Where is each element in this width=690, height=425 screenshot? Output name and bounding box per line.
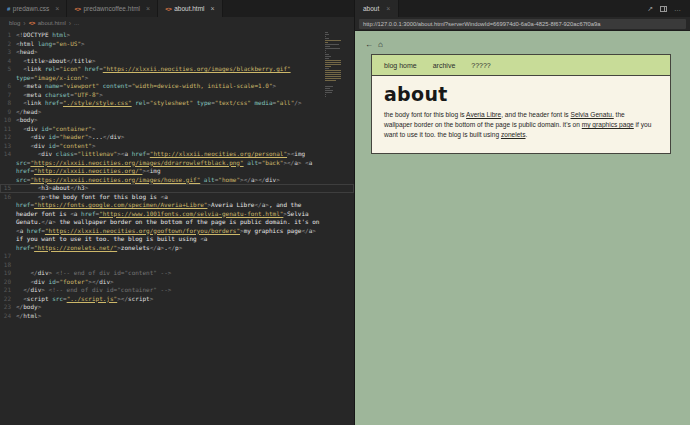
code-line[interactable]: 22 <script src="../script.js"></script> xyxy=(0,295,354,304)
code-lines[interactable]: 1<!DOCTYPE html>2<html lang="en-US">3<he… xyxy=(0,31,354,320)
html-file-icon: <> xyxy=(29,20,35,26)
page-link[interactable]: zonelets xyxy=(501,131,526,138)
browser-toolbar: http://127.0.0.1:3000/about.html?serverW… xyxy=(355,17,690,31)
line-number: 3 xyxy=(0,48,16,57)
tab-label: about.html xyxy=(174,5,204,12)
tab-predawn-css[interactable]: # predawn.css × xyxy=(0,0,67,17)
html-file-icon: <> xyxy=(165,6,171,12)
close-tab-icon[interactable]: × xyxy=(55,5,59,12)
close-tab-icon[interactable]: × xyxy=(386,5,390,12)
editor-pane: # predawn.css × <> predawncoffee.html × … xyxy=(0,0,355,425)
code-line[interactable]: 17 xyxy=(0,252,354,261)
nav-link[interactable]: ????? xyxy=(471,62,490,69)
close-tab-icon[interactable]: × xyxy=(146,5,150,12)
code-line[interactable]: 9</head> xyxy=(0,108,354,117)
page-link[interactable]: my graphics page xyxy=(582,121,634,128)
breadcrumb-folder[interactable]: blog xyxy=(9,20,20,26)
line-number: 21 xyxy=(0,286,16,295)
line-number: 24 xyxy=(0,312,16,321)
open-external-browser-icon[interactable]: ↗ xyxy=(647,5,653,12)
text-run: , and the header font is xyxy=(501,111,570,118)
line-number: 17 xyxy=(0,252,16,261)
code-line[interactable]: 13 <div id="content"> xyxy=(0,142,354,151)
breadcrumb-file[interactable]: about.html xyxy=(38,20,66,26)
split-editor-icon[interactable] xyxy=(660,6,667,12)
code-line[interactable]: 11 <div id="container"> xyxy=(0,125,354,134)
preview-tab[interactable]: about × xyxy=(355,0,399,17)
code-line[interactable]: 12 <div id="header">...</div> xyxy=(0,133,354,142)
chevron-right-icon: › xyxy=(23,20,25,27)
more-actions-icon[interactable]: … xyxy=(674,5,681,12)
preview-tab-bar: about × ↗ … xyxy=(355,0,690,17)
vscode-window: # predawn.css × <> predawncoffee.html × … xyxy=(0,0,690,425)
line-number: 5 xyxy=(0,65,16,82)
minimap[interactable] xyxy=(325,32,342,98)
breadcrumb[interactable]: blog › <> about.html › ... xyxy=(0,17,354,29)
code-line[interactable]: 16 <p>the body font for this blog is <a … xyxy=(0,193,354,253)
rendered-page: ← ⌂ blog homearchive????? about the body… xyxy=(355,31,690,425)
code-line[interactable]: 7 <meta charset="UTF-8"> xyxy=(0,91,354,100)
line-number: 10 xyxy=(0,116,16,125)
line-number: 8 xyxy=(0,99,16,108)
code-line[interactable]: 6 <meta name="viewport" content="width=d… xyxy=(0,82,354,91)
editor-tab-bar: # predawn.css × <> predawncoffee.html × … xyxy=(0,0,354,17)
code-line[interactable]: 4 <title>about</title> xyxy=(0,57,354,66)
preview-tab-label: about xyxy=(363,5,379,12)
tab-about-html[interactable]: <> about.html × xyxy=(158,0,222,17)
code-line[interactable]: 10<body> xyxy=(0,116,354,125)
code-line[interactable]: 19 </div> <!-- end of div id="content" -… xyxy=(0,269,354,278)
line-number: 15 xyxy=(0,184,16,193)
line-number: 2 xyxy=(0,40,16,49)
line-number: 11 xyxy=(0,125,16,134)
code-line[interactable]: 23</body> xyxy=(0,303,354,312)
nav-link[interactable]: archive xyxy=(433,62,456,69)
code-line[interactable]: 15 <h3>about</h3> xyxy=(0,184,354,193)
page-link[interactable]: Selvia Genatu. xyxy=(570,111,613,118)
line-number: 16 xyxy=(0,193,16,253)
tab-label: predawn.css xyxy=(13,5,50,12)
code-line[interactable]: 20 <div id="footer"></div> xyxy=(0,278,354,287)
line-number: 9 xyxy=(0,108,16,117)
about-paragraph: the body font for this blog is Averia Li… xyxy=(384,110,653,141)
code-editor[interactable]: 1<!DOCTYPE html>2<html lang="en-US">3<he… xyxy=(0,29,354,425)
back-arrow-icon[interactable]: ← xyxy=(365,41,373,49)
preview-pane: about × ↗ … http://127.0.0.1:3000/about.… xyxy=(355,0,690,425)
line-number: 23 xyxy=(0,303,16,312)
line-number: 14 xyxy=(0,150,16,184)
close-tab-icon[interactable]: × xyxy=(211,5,215,12)
littlenav: ← ⌂ xyxy=(355,31,690,49)
line-number: 1 xyxy=(0,31,16,40)
line-number: 7 xyxy=(0,91,16,100)
code-line[interactable]: 14 <div class="littlenav"><a href="http:… xyxy=(0,150,354,184)
text-run: the body font for this blog is xyxy=(384,111,466,118)
code-line[interactable]: 18 xyxy=(0,261,354,270)
site-box: blog homearchive????? about the body fon… xyxy=(371,54,671,154)
preview-actions: ↗ … xyxy=(647,0,690,17)
line-number: 22 xyxy=(0,295,16,304)
code-line[interactable]: 5 <link rel="icon" href="https://xlxxii.… xyxy=(0,65,354,82)
code-line[interactable]: 3<head> xyxy=(0,48,354,57)
site-nav: blog homearchive????? xyxy=(372,55,670,76)
code-line[interactable]: 1<!DOCTYPE html> xyxy=(0,31,354,40)
url-input[interactable]: http://127.0.0.1:3000/about.html?serverW… xyxy=(359,19,686,29)
line-number: 12 xyxy=(0,133,16,142)
tab-label: predawncoffee.html xyxy=(83,5,140,12)
css-file-icon: # xyxy=(7,6,10,12)
line-number: 18 xyxy=(0,261,16,270)
chevron-right-icon: › xyxy=(69,20,71,27)
code-line[interactable]: 24</html> xyxy=(0,312,354,321)
breadcrumb-symbol[interactable]: ... xyxy=(74,20,79,26)
line-number: 20 xyxy=(0,278,16,287)
line-number: 4 xyxy=(0,57,16,66)
line-number: 13 xyxy=(0,142,16,151)
line-number: 6 xyxy=(0,82,16,91)
page-link[interactable]: Averia Libre xyxy=(466,111,501,118)
nav-link[interactable]: blog home xyxy=(384,62,417,69)
site-content: about the body font for this blog is Ave… xyxy=(372,76,670,153)
tab-predawncoffee-html[interactable]: <> predawncoffee.html × xyxy=(67,0,158,17)
code-line[interactable]: 21 </div> <!-- end of div id="container"… xyxy=(0,286,354,295)
code-line[interactable]: 2<html lang="en-US"> xyxy=(0,40,354,49)
code-line[interactable]: 8 <link href="./style/style.css" rel="st… xyxy=(0,99,354,108)
line-number: 19 xyxy=(0,269,16,278)
home-icon[interactable]: ⌂ xyxy=(378,41,383,49)
